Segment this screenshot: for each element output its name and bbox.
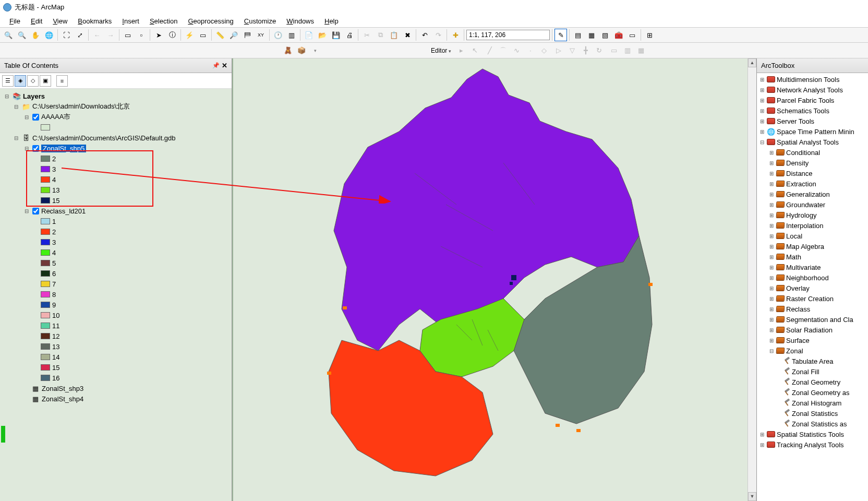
list-by-selection-icon[interactable]: ▣: [40, 75, 51, 87]
rotate-icon[interactable]: ↻: [593, 44, 606, 57]
georef-drop-icon[interactable]: ▾: [309, 44, 321, 57]
expand-icon[interactable]: ⊞: [768, 306, 775, 312]
split-icon[interactable]: ╋: [580, 44, 592, 57]
list-by-drawing-icon[interactable]: ☰: [2, 75, 14, 87]
layer-name[interactable]: AAAAA市: [41, 112, 70, 122]
toc-icon[interactable]: ▤: [572, 29, 584, 41]
find-icon[interactable]: 🔎: [227, 29, 240, 41]
toolset-name[interactable]: Raster Creation: [786, 295, 834, 303]
cut-poly-icon[interactable]: ▷: [552, 44, 565, 57]
globe-icon[interactable]: 🌐: [43, 29, 55, 41]
reshape-icon[interactable]: ▽: [566, 44, 578, 57]
toolset-name[interactable]: Map Algebra: [786, 243, 824, 250]
tool-name[interactable]: Zonal Statistics: [792, 410, 838, 418]
zoom-out-icon[interactable]: 🔍: [16, 29, 28, 41]
toolbox-name[interactable]: Space Time Pattern Minin: [777, 128, 854, 136]
catalog-icon[interactable]: ▦: [585, 29, 598, 41]
toolset-name[interactable]: Generalization: [786, 190, 830, 198]
toolset-name[interactable]: Distance: [786, 170, 813, 177]
toolset-name[interactable]: Local: [786, 232, 802, 240]
toolset-name[interactable]: Density: [786, 159, 809, 167]
expand-icon[interactable]: ⊞: [768, 223, 775, 229]
expand-icon[interactable]: ⊞: [759, 108, 765, 114]
goto-xy-icon[interactable]: XY: [255, 29, 267, 41]
model-builder-icon[interactable]: ⊞: [643, 29, 656, 41]
toolbox-name[interactable]: Spatial Statistics Tools: [777, 431, 844, 438]
list-by-visibility-icon[interactable]: ◇: [27, 75, 39, 87]
scroll-down-icon[interactable]: ▼: [748, 492, 756, 501]
symbol-swatch[interactable]: [41, 197, 50, 204]
toolset-name[interactable]: Overlay: [786, 284, 810, 292]
expand-icon[interactable]: ⊞: [768, 212, 775, 218]
expand-icon[interactable]: ⊞: [759, 118, 765, 124]
symbol-swatch[interactable]: [41, 218, 50, 224]
expand-icon[interactable]: ⊞: [768, 192, 775, 197]
expand-icon[interactable]: ⊞: [759, 77, 765, 82]
add-data-icon[interactable]: ✚: [449, 29, 462, 41]
folder-path[interactable]: C:\Users\admin\Downloads\北京: [32, 102, 130, 111]
create-features-icon[interactable]: ▦: [635, 44, 647, 57]
menu-view[interactable]: View: [47, 16, 73, 26]
arctoolbox-icon[interactable]: 🧰: [612, 29, 625, 41]
clear-selection-icon[interactable]: ▫: [135, 29, 148, 41]
menu-windows[interactable]: Windows: [281, 16, 319, 26]
expand-icon[interactable]: ⊞: [768, 327, 775, 333]
map-canvas[interactable]: [232, 58, 748, 501]
layer-checkbox[interactable]: [32, 114, 39, 121]
arctoolbox-tree[interactable]: ⊞Multidimension Tools⊞Network Analyst To…: [757, 73, 868, 501]
tool-name[interactable]: Zonal Histogram: [792, 399, 841, 407]
expand-icon[interactable]: ⊞: [768, 296, 775, 302]
find-route-icon[interactable]: ⛿: [241, 29, 254, 41]
symbol-swatch[interactable]: [41, 375, 50, 381]
toolset-name[interactable]: Math: [786, 253, 801, 261]
toolset-name[interactable]: Surface: [786, 337, 810, 344]
expand-icon[interactable]: ⊞: [768, 233, 775, 239]
symbol-swatch[interactable]: [41, 291, 50, 297]
symbol-swatch[interactable]: [41, 187, 50, 193]
menu-insert[interactable]: Insert: [117, 16, 144, 26]
layer-reclass[interactable]: Reclass_ld201: [41, 207, 86, 215]
symbol-swatch[interactable]: [41, 333, 50, 339]
viewer-icon[interactable]: ▥: [285, 29, 298, 41]
menu-selection[interactable]: Selection: [144, 16, 183, 26]
collapse-icon[interactable]: ⊟: [23, 114, 30, 120]
expand-icon[interactable]: ⊞: [768, 265, 775, 270]
expand-icon[interactable]: ⊞: [768, 244, 775, 249]
symbol-swatch[interactable]: [41, 176, 50, 183]
attributes-icon[interactable]: ▭: [608, 44, 620, 57]
full-extent-icon[interactable]: ⛶: [60, 29, 73, 41]
cut-icon[interactable]: ✂: [360, 29, 373, 41]
toolset-name[interactable]: Solar Radiation: [786, 326, 833, 334]
scroll-up-icon[interactable]: ▲: [748, 58, 756, 67]
toolset-name[interactable]: Conditional: [786, 149, 820, 157]
sketch-props-icon[interactable]: ▥: [621, 44, 634, 57]
undo-icon[interactable]: ↶: [418, 29, 431, 41]
map-scrollbar[interactable]: ▲ ▼: [748, 58, 756, 501]
zoom-in-icon[interactable]: 🔍: [2, 29, 15, 41]
point-icon[interactable]: ·: [524, 44, 537, 57]
collapse-icon[interactable]: ⊟: [23, 208, 30, 214]
arc-icon[interactable]: ⌒: [497, 44, 510, 57]
time-slider-icon[interactable]: 🕐: [272, 29, 284, 41]
editor-dropdown[interactable]: Editor: [428, 47, 454, 54]
expand-icon[interactable]: ⊞: [768, 254, 775, 260]
map-scale-input[interactable]: [466, 30, 550, 40]
symbol-swatch[interactable]: [41, 124, 50, 130]
collapse-icon[interactable]: ⊟: [768, 348, 775, 354]
forward-icon[interactable]: →: [104, 29, 117, 41]
search-window-icon[interactable]: ▧: [599, 29, 611, 41]
copy-icon[interactable]: ⧉: [374, 29, 387, 41]
close-icon[interactable]: ✕: [222, 62, 227, 69]
tool-name[interactable]: Tabulate Area: [792, 357, 834, 365]
menu-customize[interactable]: Customize: [239, 16, 281, 26]
symbol-swatch[interactable]: [41, 281, 50, 287]
delete-icon[interactable]: ✖: [401, 29, 414, 41]
fixed-zoom-icon[interactable]: ⤢: [74, 29, 86, 41]
menu-bookmarks[interactable]: Bookmarks: [73, 16, 117, 26]
select-features-icon[interactable]: ▭: [122, 29, 134, 41]
expand-icon[interactable]: ⊞: [768, 181, 775, 187]
symbol-swatch[interactable]: [41, 166, 50, 172]
expand-icon[interactable]: ⊞: [759, 129, 765, 135]
collapse-icon[interactable]: ⊟: [13, 104, 20, 110]
toolset-name[interactable]: Interpolation: [786, 222, 824, 230]
